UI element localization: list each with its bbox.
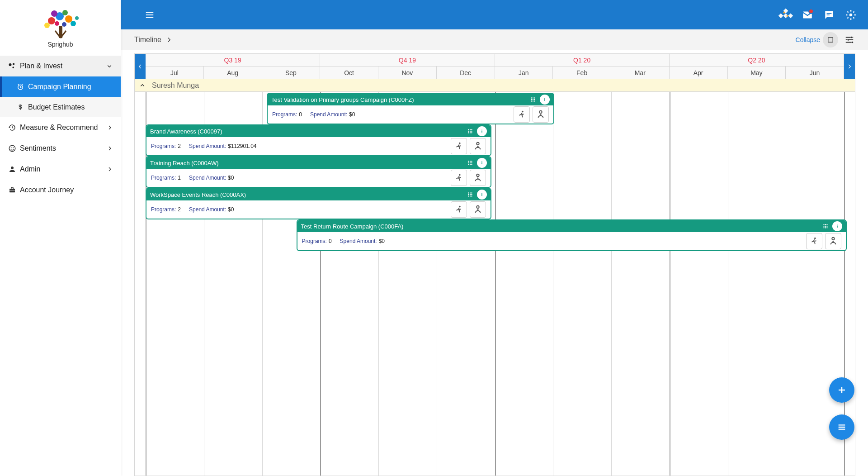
svg-point-55 [468,161,469,162]
manager-icon[interactable] [533,106,549,123]
nav-budget-estimates[interactable]: Budget Estimates [0,97,121,117]
svg-point-46 [470,131,471,132]
runner-icon[interactable] [451,201,467,218]
spend-label: Spend Amount: [189,143,226,149]
manager-icon[interactable] [470,138,486,154]
svg-point-7 [44,23,50,28]
brand-tree-icon [33,8,88,40]
breadcrumb-bar: Timeline Collapse [121,29,868,50]
collapse-label[interactable]: Collapse [796,36,820,43]
month-cell: Dec [437,67,495,79]
svg-point-88 [825,227,826,228]
month-cell: Jun [786,67,844,79]
timeline-prev[interactable] [135,54,146,79]
chat-icon[interactable] [818,4,840,26]
drag-icon[interactable] [821,221,830,231]
timeline-grid: Test Validation on Primary groups Campai… [146,92,844,476]
collapse-owner-icon[interactable] [138,81,146,90]
svg-point-57 [471,161,472,162]
svg-point-59 [470,162,471,163]
svg-point-54 [476,143,479,145]
logo: Sprighub [0,0,121,56]
svg-point-75 [470,195,471,196]
svg-point-16 [11,148,12,148]
spend-label: Spend Amount: [189,175,226,181]
manager-icon[interactable] [470,170,486,186]
programs-value: 2 [178,143,181,149]
quarter-header: Q3 19 Q4 19 Q1 20 Q2 20 [146,54,844,67]
manager-icon[interactable] [470,201,486,218]
info-icon[interactable] [832,221,842,231]
chevron-down-icon [105,62,113,70]
campaign-card[interactable]: Test Validation on Primary groups Campai… [267,93,554,124]
nav-sentiments[interactable]: Sentiments [0,138,121,159]
runner-icon[interactable] [806,233,822,249]
runner-icon[interactable] [451,138,467,154]
runner-icon[interactable] [514,106,530,123]
svg-point-85 [825,226,826,227]
quarter-cell: Q1 20 [495,54,670,66]
month-cell: Jan [495,67,553,79]
campaign-card[interactable]: WorkSpace Events Reach (C000AX) Programs… [146,188,491,219]
nav-plan-invest[interactable]: Plan & Invest [0,56,121,76]
campaign-header: Test Validation on Primary groups Campai… [268,94,553,105]
nav-account-journey[interactable]: Account Journey [0,180,121,200]
collapse-checkbox[interactable] [823,32,838,48]
nav-label: Measure & Recommend [20,124,98,132]
nav-label: Account Journey [20,186,74,194]
programs-label: Programs: [302,238,327,244]
svg-point-24 [849,13,853,16]
svg-point-43 [470,129,471,130]
campaign-card[interactable]: Brand Awareness (C00097) Programs: 2 Spe… [146,124,491,156]
runner-icon[interactable] [451,170,467,186]
nav-admin[interactable]: Admin [0,159,121,180]
info-icon[interactable] [477,190,487,200]
svg-point-86 [826,226,827,227]
svg-point-13 [12,67,14,68]
drag-icon[interactable] [465,190,475,200]
svg-point-66 [459,174,461,176]
settings-icon[interactable] [840,4,862,26]
svg-point-48 [468,132,469,133]
timeline-next[interactable] [844,54,855,79]
fab-add[interactable] [829,377,854,403]
campaign-header: Brand Awareness (C00097) [146,125,491,137]
svg-point-6 [71,21,76,26]
campaign-card[interactable]: Training Reach (C000AW) Programs: 1 Spen… [146,156,491,188]
svg-point-33 [533,99,533,100]
programs-label: Programs: [151,206,176,213]
drag-icon[interactable] [465,158,475,168]
programs-label: Programs: [272,111,297,118]
tune-icon[interactable] [844,35,854,45]
info-icon[interactable] [477,158,487,168]
timeline: Q3 19 Q4 19 Q1 20 Q2 20 JulAugSepOctNovD… [134,53,855,476]
drag-icon[interactable] [528,95,538,105]
spend-label: Spend Amount: [310,111,347,118]
campaign-card[interactable]: Test Return Route Campaign (C000FA) Prog… [297,219,847,251]
dollar-icon [15,104,25,111]
nav-measure-recommend[interactable]: Measure & Recommend [0,117,121,138]
info-icon[interactable] [477,126,487,136]
svg-point-29 [531,97,532,98]
svg-point-56 [470,161,471,162]
manager-icon[interactable] [825,233,841,249]
svg-point-67 [476,174,479,177]
svg-point-83 [826,224,827,225]
programs-label: Programs: [151,175,176,181]
info-icon[interactable] [540,95,550,105]
nav-campaign-planning[interactable]: Campaign Planning [0,76,121,97]
menu-toggle[interactable] [141,6,159,24]
mail-icon[interactable] [797,4,818,26]
svg-point-90 [837,225,838,226]
app-logo-icon[interactable] [775,4,797,26]
briefcase-icon [7,186,17,194]
svg-point-58 [468,162,469,163]
fab-list[interactable] [829,414,854,440]
drag-icon[interactable] [465,126,475,136]
svg-point-31 [534,97,535,98]
svg-point-36 [533,100,533,101]
svg-point-81 [823,224,824,225]
month-cell: Nov [378,67,437,79]
programs-label: Programs: [151,143,176,149]
svg-point-40 [522,111,524,113]
